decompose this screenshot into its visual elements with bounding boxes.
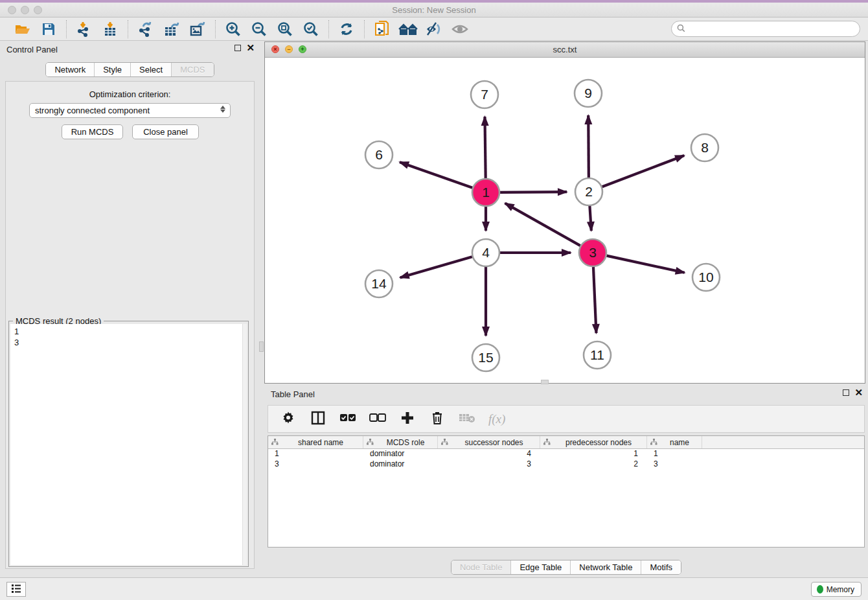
table-cell[interactable]: 1 xyxy=(540,449,647,459)
node-2[interactable]: 2 xyxy=(575,178,602,205)
node-10[interactable]: 10 xyxy=(692,264,720,291)
node-table[interactable]: shared nameMCDS rolesuccessor nodesprede… xyxy=(268,435,865,548)
edge-3-11[interactable] xyxy=(593,267,597,333)
edge-3-1[interactable] xyxy=(505,203,580,246)
home-layout-button[interactable] xyxy=(398,20,418,38)
visual-properties-button[interactable] xyxy=(424,20,444,38)
add-column-button[interactable] xyxy=(399,411,416,428)
float-panel-icon[interactable] xyxy=(234,45,241,51)
column-header-shared-name[interactable]: shared name xyxy=(268,436,363,448)
visual-properties-icon xyxy=(426,22,442,36)
table-cell[interactable]: 3 xyxy=(647,459,702,470)
mcds-result-group: MCDS result (2 nodes) 1 3 xyxy=(8,321,249,567)
network-canvas[interactable]: 7968124310141511 xyxy=(265,58,865,383)
svg-text:3: 3 xyxy=(589,245,597,260)
import-table-button[interactable] xyxy=(100,20,120,38)
node-1[interactable]: 1 xyxy=(472,179,499,206)
svg-text:10: 10 xyxy=(698,270,713,284)
tab-select[interactable]: Select xyxy=(130,63,171,76)
mcds-result-textarea[interactable]: 1 3 xyxy=(10,324,247,565)
node-6[interactable]: 6 xyxy=(365,141,393,168)
column-header-name[interactable]: name xyxy=(647,436,702,448)
open-file-button[interactable] xyxy=(13,20,32,38)
split-columns-button[interactable] xyxy=(310,411,326,428)
zoom-fit-button[interactable] xyxy=(275,20,295,38)
show-hide-button[interactable] xyxy=(450,20,470,38)
svg-text:7: 7 xyxy=(481,87,488,102)
column-header-successor-nodes[interactable]: successor nodes xyxy=(438,436,540,448)
close-panel-icon[interactable]: ✕ xyxy=(246,45,255,51)
table-cell[interactable]: 3 xyxy=(438,459,540,470)
node-7[interactable]: 7 xyxy=(471,81,498,108)
node-14[interactable]: 14 xyxy=(365,270,393,297)
edge-3-10[interactable] xyxy=(606,256,684,273)
node-3[interactable]: 3 xyxy=(579,239,606,266)
network-scrollbar-handle[interactable] xyxy=(541,380,549,384)
table-cell[interactable]: dominator xyxy=(363,459,438,470)
search-box[interactable] xyxy=(671,21,860,37)
edge-2-8[interactable] xyxy=(602,156,685,187)
window-title: Session: New Session xyxy=(0,5,868,15)
table-cell[interactable]: 1 xyxy=(268,449,363,459)
zoom-in-button[interactable] xyxy=(223,20,243,38)
table-cell[interactable]: 1 xyxy=(647,449,702,459)
import-network-button[interactable] xyxy=(74,20,94,38)
close-table-panel-icon[interactable]: ✕ xyxy=(854,389,863,396)
tab-network[interactable]: Network xyxy=(46,63,94,76)
home-layout-icon xyxy=(398,23,418,36)
node-8[interactable]: 8 xyxy=(691,134,718,161)
close-panel-button[interactable]: Close panel xyxy=(132,124,199,139)
mcds-result-scrollbar[interactable] xyxy=(242,324,247,565)
delete-button[interactable] xyxy=(429,411,446,428)
edge-1-6[interactable] xyxy=(400,162,472,187)
table-tab-edge-table[interactable]: Edge Table xyxy=(510,560,570,574)
table-tab-motifs[interactable]: Motifs xyxy=(641,560,681,574)
node-11[interactable]: 11 xyxy=(584,341,611,369)
save-session-button[interactable] xyxy=(39,20,58,38)
clone-network-button[interactable] xyxy=(372,20,392,38)
edge-1-7[interactable] xyxy=(485,117,485,178)
table-cell[interactable]: 3 xyxy=(268,459,363,470)
table-cell[interactable]: 2 xyxy=(540,459,647,470)
edge-2-9[interactable] xyxy=(588,115,589,178)
table-panel: Table Panel ✕ xyxy=(264,386,868,577)
vertical-splitter-handle[interactable] xyxy=(259,341,264,352)
clear-checks-button[interactable] xyxy=(369,411,386,428)
node-4[interactable]: 4 xyxy=(472,239,499,266)
node-9[interactable]: 9 xyxy=(575,80,602,107)
task-history-button[interactable] xyxy=(6,582,26,597)
export-table-button[interactable] xyxy=(162,20,181,38)
edge-4-14[interactable] xyxy=(400,257,472,277)
tab-mcds[interactable]: MCDS xyxy=(171,63,213,76)
run-mcds-button[interactable]: Run MCDS xyxy=(62,124,123,139)
float-table-panel-icon[interactable] xyxy=(843,389,849,396)
delete-table-button[interactable] xyxy=(459,411,475,428)
zoom-out-button[interactable] xyxy=(249,20,269,38)
search-input[interactable] xyxy=(689,23,860,35)
svg-text:11: 11 xyxy=(590,347,604,362)
table-row[interactable]: 3dominator323 xyxy=(268,459,864,470)
zoom-selected-icon xyxy=(303,21,319,37)
column-header-MCDS-role[interactable]: MCDS role xyxy=(363,436,438,448)
node-15[interactable]: 15 xyxy=(472,344,499,371)
optimization-criterion-select[interactable]: strongly connected component xyxy=(29,103,231,118)
network-view-window: × – + scc.txt 7968124310141511 xyxy=(264,41,865,384)
export-image-button[interactable] xyxy=(188,20,207,38)
column-header-predecessor-nodes[interactable]: predecessor nodes xyxy=(540,436,647,448)
tab-style[interactable]: Style xyxy=(94,63,130,76)
edge-1-2[interactable] xyxy=(500,192,567,192)
gear-button[interactable] xyxy=(280,411,297,428)
function-builder-button[interactable]: f(x) xyxy=(488,412,505,426)
select-all-checks-button[interactable] xyxy=(339,411,356,428)
export-network-button[interactable] xyxy=(136,20,155,38)
memory-button[interactable]: Memory xyxy=(811,582,862,597)
table-tab-node-table[interactable]: Node Table xyxy=(451,560,511,574)
refresh-button[interactable] xyxy=(337,20,356,38)
table-row[interactable]: 1dominator411 xyxy=(268,449,864,459)
table-tab-network-table[interactable]: Network Table xyxy=(570,560,641,574)
edge-2-3[interactable] xyxy=(589,206,591,231)
table-cell[interactable]: 4 xyxy=(438,449,540,459)
table-cell[interactable]: dominator xyxy=(363,449,438,459)
main-toolbar xyxy=(0,17,868,41)
zoom-selected-button[interactable] xyxy=(301,20,321,38)
